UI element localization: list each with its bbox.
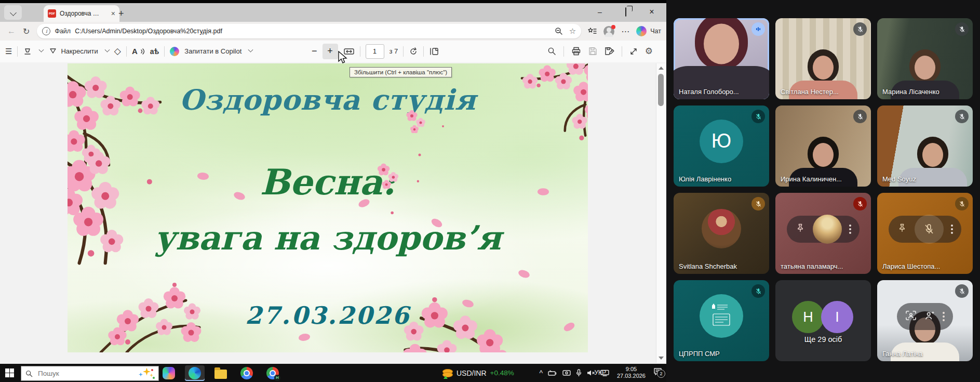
read-aloud-icon[interactable]: A bbox=[132, 47, 145, 56]
participant-tile[interactable]: татьяна паламарч... bbox=[775, 193, 871, 274]
more-options-icon[interactable] bbox=[951, 225, 953, 234]
print-icon[interactable] bbox=[571, 47, 581, 56]
eraser-icon[interactable]: ◇ bbox=[114, 46, 121, 57]
scrollbar-thumb[interactable] bbox=[658, 74, 664, 106]
copilot-chat-label[interactable]: Чат bbox=[650, 28, 661, 35]
close-button[interactable]: × bbox=[647, 7, 657, 17]
copilot-ask-icon[interactable] bbox=[170, 47, 179, 56]
vertical-scrollbar[interactable] bbox=[656, 63, 665, 363]
draw-chevron-icon[interactable] bbox=[104, 47, 110, 52]
cherry-blossom-decoration bbox=[97, 248, 206, 352]
page-view-icon[interactable] bbox=[429, 47, 439, 56]
page-number-input[interactable] bbox=[366, 44, 384, 59]
fullscreen-icon[interactable] bbox=[629, 47, 638, 56]
scroll-down-arrow[interactable] bbox=[659, 357, 664, 360]
taskbar-edge-icon[interactable] bbox=[185, 365, 205, 381]
effects-icon[interactable] bbox=[924, 310, 935, 323]
coins-icon bbox=[442, 368, 453, 378]
highlighter-icon[interactable] bbox=[23, 47, 32, 56]
participant-tile[interactable]: Наталя Голоборо... bbox=[674, 18, 769, 99]
participant-tile[interactable]: Ирина Калиничен... bbox=[775, 106, 871, 187]
tab-search-chevron-button[interactable] bbox=[4, 5, 22, 20]
participant-tile[interactable]: НІЩе 29 осіб bbox=[775, 280, 871, 361]
participant-tile[interactable]: Ганна Латіна bbox=[877, 280, 973, 361]
ticker-pair: USD/INR bbox=[457, 369, 487, 377]
save-as-icon[interactable] bbox=[605, 47, 614, 56]
copilot-chevron-icon[interactable] bbox=[248, 47, 253, 52]
tile-hover-controls[interactable] bbox=[897, 303, 953, 330]
address-bar[interactable]: i Файл C:/Users/Admin/Desktop/Оздоровча%… bbox=[37, 24, 581, 38]
scroll-up-arrow[interactable] bbox=[659, 67, 664, 70]
avatar-photo bbox=[702, 209, 741, 248]
participant-tile[interactable]: Лариса Шестопа... bbox=[877, 193, 973, 274]
search-input[interactable] bbox=[37, 369, 112, 378]
draw-button[interactable]: Накреслити bbox=[48, 47, 98, 55]
settings-menu-icon[interactable]: ⋯ bbox=[621, 27, 629, 36]
pdf-viewer-area: Оздоровча студія Весна: увага на здоров’… bbox=[0, 62, 666, 364]
minimize-button[interactable]: – bbox=[595, 8, 605, 16]
microphone-icon[interactable] bbox=[576, 369, 582, 377]
participant-tile[interactable]: Марина Лісаченко bbox=[877, 18, 973, 99]
mouse-cursor bbox=[338, 51, 349, 64]
meeting-panel: Наталя Голоборо...Світлана Нестер...Мари… bbox=[666, 0, 980, 382]
active-tab[interactable]: PDF Оздоровча студія.pdf × bbox=[44, 5, 119, 22]
participant-name: Юлія Лавріненко bbox=[679, 175, 731, 183]
taskbar-chrome-app-icon[interactable]: H bbox=[263, 365, 283, 381]
tab-close-icon[interactable]: × bbox=[111, 9, 115, 18]
taskbar-explorer-icon[interactable] bbox=[211, 365, 231, 381]
participant-name: Марина Лісаченко bbox=[882, 88, 939, 96]
translate-icon[interactable]: аѣ bbox=[150, 47, 159, 56]
taskbar: H USD/INR +0.48% ^ УКР 9:05 27.03.2026 2 bbox=[0, 364, 666, 382]
participant-tile[interactable]: Svitlana Shcherbak bbox=[674, 193, 769, 274]
url-text: C:/Users/Admin/Desktop/Оздоровча%20студі… bbox=[75, 28, 222, 35]
tray-chevron-icon[interactable]: ^ bbox=[539, 369, 543, 377]
tile-hover-controls[interactable] bbox=[787, 216, 860, 243]
highlighter-chevron-icon[interactable] bbox=[39, 47, 44, 52]
taskbar-search[interactable] bbox=[21, 366, 159, 381]
speaking-indicator-icon bbox=[751, 22, 765, 36]
participant-tile[interactable]: Світлана Нестер... bbox=[775, 18, 871, 99]
collections-icon[interactable] bbox=[587, 27, 597, 35]
copilot-ask-label[interactable]: Запитати в Copilot bbox=[184, 47, 241, 55]
zoom-in-button[interactable]: + bbox=[323, 44, 338, 59]
table-of-contents-icon[interactable]: ☰ bbox=[5, 47, 12, 56]
currency-ticker[interactable]: USD/INR +0.48% bbox=[442, 364, 514, 382]
save-icon[interactable] bbox=[588, 47, 597, 56]
zoom-out-button[interactable]: − bbox=[312, 46, 317, 57]
participant-tile[interactable]: ЮЮлія Лавріненко bbox=[674, 106, 769, 187]
back-icon[interactable]: ← bbox=[7, 27, 16, 36]
rotate-icon[interactable] bbox=[409, 47, 418, 56]
participant-name: ЦПРПП СМР bbox=[679, 350, 720, 358]
taskbar-copilot-icon[interactable] bbox=[159, 365, 179, 381]
screen-record-icon[interactable] bbox=[562, 370, 571, 376]
favorite-star-icon[interactable]: ☆ bbox=[569, 27, 576, 36]
language-indicator[interactable]: УКР bbox=[594, 369, 606, 376]
more-options-icon[interactable] bbox=[943, 312, 945, 321]
notification-count-badge: 2 bbox=[657, 370, 665, 378]
pin-icon[interactable] bbox=[897, 223, 907, 235]
new-tab-button[interactable]: + bbox=[118, 8, 124, 19]
pin-icon[interactable] bbox=[795, 223, 806, 235]
mic-muted-icon bbox=[751, 197, 765, 210]
pdf-file-icon: PDF bbox=[48, 9, 56, 18]
notification-center-icon[interactable]: 2 bbox=[653, 367, 662, 376]
search-document-icon[interactable] bbox=[547, 47, 556, 56]
copilot-icon[interactable] bbox=[636, 26, 647, 36]
tile-hover-controls[interactable] bbox=[889, 216, 961, 243]
zoom-page-icon[interactable] bbox=[555, 27, 563, 35]
more-options-icon[interactable] bbox=[849, 225, 851, 234]
profile-avatar[interactable] bbox=[603, 26, 614, 37]
app-h-badge: H bbox=[274, 375, 280, 381]
taskbar-clock[interactable]: 9:05 27.03.2026 bbox=[617, 366, 646, 379]
start-button[interactable] bbox=[5, 368, 14, 377]
battery-icon[interactable] bbox=[548, 370, 557, 376]
page-info-icon[interactable]: i bbox=[42, 27, 50, 35]
taskbar-chrome-icon[interactable] bbox=[237, 365, 257, 381]
clock-date: 27.03.2026 bbox=[617, 373, 646, 379]
participant-tile[interactable]: Med Soyuz bbox=[877, 106, 973, 187]
pdf-settings-gear-icon[interactable]: ⚙ bbox=[645, 46, 653, 57]
restore-button[interactable] bbox=[621, 8, 631, 16]
participant-tile[interactable]: ЦПРПП СМР bbox=[674, 280, 769, 361]
pin-to-screen-icon[interactable] bbox=[905, 310, 917, 323]
refresh-icon[interactable]: ↻ bbox=[23, 27, 30, 36]
